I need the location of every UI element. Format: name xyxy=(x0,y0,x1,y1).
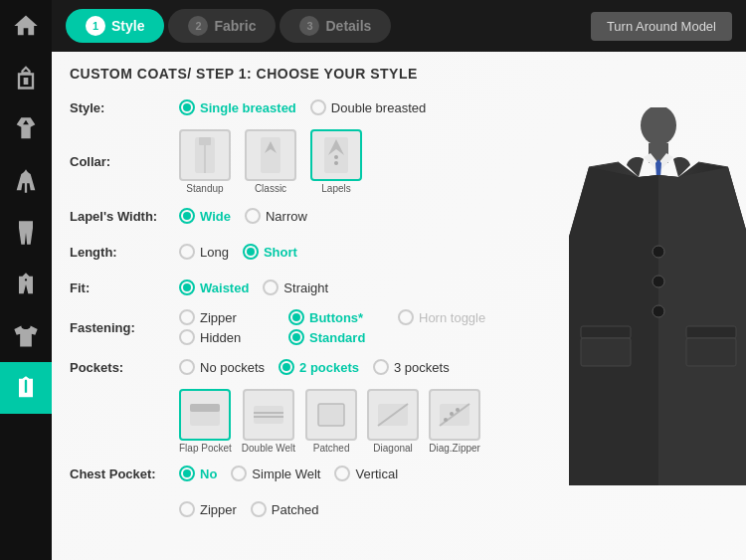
fit-straight-label: Straight xyxy=(283,280,328,295)
sidebar-item-overcoat[interactable] xyxy=(0,362,52,414)
style-double-option[interactable]: Double breasted xyxy=(310,99,426,115)
fit-straight-option[interactable]: Straight xyxy=(263,280,328,295)
model-panel xyxy=(559,52,746,560)
length-short-radio[interactable] xyxy=(243,244,259,260)
length-long-radio[interactable] xyxy=(179,244,195,260)
pockets-count-options: No pockets 2 pockets 3 pockets xyxy=(179,359,450,375)
fastening-hidden-option[interactable]: Hidden xyxy=(179,329,288,345)
sidebar xyxy=(0,0,52,560)
sidebar-item-tshirt[interactable] xyxy=(0,310,52,362)
fit-straight-radio[interactable] xyxy=(263,280,279,295)
pocket-none-radio[interactable] xyxy=(179,359,195,375)
fastening-horn-radio[interactable] xyxy=(398,309,414,325)
style-double-radio[interactable] xyxy=(310,99,326,115)
svg-point-18 xyxy=(450,412,454,416)
svg-rect-27 xyxy=(686,326,736,338)
chest-patched-radio[interactable] xyxy=(251,501,267,517)
pocket-none-option[interactable]: No pockets xyxy=(179,359,265,375)
pocket-2-radio[interactable] xyxy=(279,359,294,375)
pocket-patched-thumb[interactable]: Patched xyxy=(305,389,357,454)
style-single-option[interactable]: Single breasted xyxy=(179,99,296,115)
pocket-double-welt-label: Double Welt xyxy=(242,443,295,454)
pockets-row: Pockets: No pockets 2 pockets 3 pockets xyxy=(70,353,541,381)
step3-label: Details xyxy=(325,18,371,34)
fastening-zipper-option[interactable]: Zipper xyxy=(179,309,288,325)
chest-no-radio[interactable] xyxy=(179,466,195,481)
pocket-diag-zipper-thumb[interactable]: Diag.Zipper xyxy=(429,389,480,454)
pocket-flap-thumb[interactable]: Flap Pocket xyxy=(179,389,232,454)
fastening-standard-option[interactable]: Standard xyxy=(288,329,398,345)
fastening-hidden-radio[interactable] xyxy=(179,329,195,345)
length-label: Length: xyxy=(70,245,179,260)
collar-options: Standup Classic Lapels xyxy=(179,129,362,194)
chest-vertical-label: Vertical xyxy=(355,467,398,481)
turn-around-button[interactable]: Turn Around Model xyxy=(591,12,732,41)
pocket-3-option[interactable]: 3 pockets xyxy=(373,359,450,375)
svg-point-5 xyxy=(334,161,338,165)
step3-button[interactable]: 3 Details xyxy=(280,9,391,43)
chest-patched-option[interactable]: Patched xyxy=(251,501,319,517)
sidebar-item-jacket[interactable] xyxy=(0,155,52,207)
collar-lapels-thumb[interactable]: Lapels xyxy=(310,129,362,194)
lapels-wide-option[interactable]: Wide xyxy=(179,208,231,224)
sidebar-item-vest[interactable] xyxy=(0,259,52,310)
chest-zipper-radio[interactable] xyxy=(179,501,195,517)
sidebar-item-shirt[interactable] xyxy=(0,103,52,155)
chest-zipper-option[interactable]: Zipper xyxy=(179,501,237,517)
chest-simple-welt-radio[interactable] xyxy=(231,466,247,481)
pocket-type-row: Flap Pocket Double Welt Patched xyxy=(179,389,541,454)
chest-vertical-option[interactable]: Vertical xyxy=(334,466,398,481)
pocket-diag-zipper-img xyxy=(429,389,480,441)
sidebar-item-suit[interactable] xyxy=(0,52,52,103)
fastening-horn-label: Horn toggle xyxy=(419,310,485,325)
lapels-width-options: Wide Narrow xyxy=(179,208,307,224)
chest-patched-label: Patched xyxy=(272,502,319,517)
chest-pocket-options2: Zipper Patched xyxy=(179,501,319,517)
collar-standup-thumb[interactable]: Standup xyxy=(179,129,231,194)
step2-button[interactable]: 2 Fabric xyxy=(168,9,276,43)
collar-row: Collar: Standup Classic xyxy=(70,129,541,194)
step1-button[interactable]: 1 Style xyxy=(66,9,164,43)
lapels-width-label: Lapel's Width: xyxy=(70,209,179,224)
lapels-narrow-radio[interactable] xyxy=(245,208,261,224)
length-row: Length: Long Short xyxy=(70,238,541,266)
pocket-3-radio[interactable] xyxy=(373,359,389,375)
fastening-horn-option[interactable]: Horn toggle xyxy=(398,309,517,325)
style-options: Single breasted Double breasted xyxy=(179,99,426,115)
collar-classic-thumb[interactable]: Classic xyxy=(245,129,296,194)
lapels-narrow-option[interactable]: Narrow xyxy=(245,208,307,224)
chest-vertical-radio[interactable] xyxy=(334,466,350,481)
pocket-patched-img xyxy=(305,389,357,441)
sidebar-item-home[interactable] xyxy=(0,0,52,52)
pocket-diagonal-thumb[interactable]: Diagonal xyxy=(367,389,419,454)
fastening-buttons-label: Buttons* xyxy=(309,310,363,325)
fastening-standard-radio[interactable] xyxy=(288,329,304,345)
pocket-3-label: 3 pockets xyxy=(394,360,450,375)
fit-waisted-radio[interactable] xyxy=(179,280,195,295)
svg-point-19 xyxy=(456,408,460,412)
style-single-radio[interactable] xyxy=(179,99,195,115)
collar-lapels-img xyxy=(310,129,362,181)
pocket-2-option[interactable]: 2 pockets xyxy=(279,359,359,375)
chest-zipper-label: Zipper xyxy=(200,502,237,517)
chest-pocket-label: Chest Pocket: xyxy=(70,467,179,481)
length-long-option[interactable]: Long xyxy=(179,244,229,260)
pocket-double-welt-img xyxy=(243,389,294,441)
lapels-wide-radio[interactable] xyxy=(179,208,195,224)
sidebar-item-pants[interactable] xyxy=(0,207,52,259)
fastening-buttons-radio[interactable] xyxy=(288,309,304,325)
fit-options: Waisted Straight xyxy=(179,280,328,295)
svg-rect-2 xyxy=(205,137,211,145)
main-area: 1 Style 2 Fabric 3 Details Turn Around M… xyxy=(52,0,746,560)
length-short-option[interactable]: Short xyxy=(243,244,297,260)
svg-rect-28 xyxy=(686,338,736,366)
pocket-double-welt-thumb[interactable]: Double Welt xyxy=(242,389,295,454)
chest-no-option[interactable]: No xyxy=(179,466,217,481)
fastening-zipper-radio[interactable] xyxy=(179,309,195,325)
fit-waisted-label: Waisted xyxy=(200,280,249,295)
fastening-buttons-option[interactable]: Buttons* xyxy=(288,309,398,325)
lapels-width-row: Lapel's Width: Wide Narrow xyxy=(70,202,541,230)
fit-waisted-option[interactable]: Waisted xyxy=(179,280,249,295)
chest-simple-welt-option[interactable]: Simple Welt xyxy=(231,466,320,481)
svg-point-17 xyxy=(444,418,448,422)
